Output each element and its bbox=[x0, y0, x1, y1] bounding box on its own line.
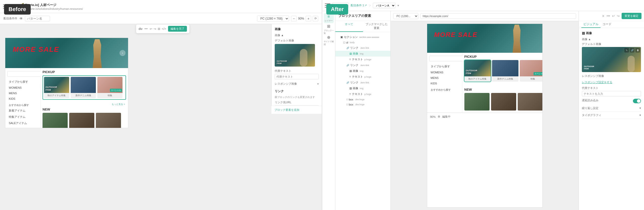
pickup-card-denim[interactable]: 新作デニム特集 bbox=[71, 77, 96, 98]
site-sidebar: 🔍 タイプから探す WOMENS MENS KIDS おすすめから探す 新着アイ… bbox=[5, 68, 41, 128]
text-3-icon: T bbox=[349, 93, 351, 95]
preview-sidebar-item[interactable]: ⊕ サイトで確認 bbox=[324, 35, 334, 45]
tree-item-image-2[interactable]: 🖼 画像 img bbox=[335, 68, 390, 74]
after-special-badge: スペシャル bbox=[534, 72, 543, 75]
pattern-chevron-icon[interactable]: ▾ bbox=[397, 4, 399, 7]
nav-featured[interactable]: 特集アイテム bbox=[5, 114, 40, 120]
tab-bookmarked[interactable]: ブックマークした要素 bbox=[363, 21, 391, 32]
zoom-plus-btn[interactable]: + bbox=[306, 16, 311, 21]
preview-label: サイトで確認 bbox=[324, 40, 334, 46]
props-content: 🖼 画像 画像 ▲ デフォルト画像 OUTDOORITEM ⤡ 🔗 🗑 bbox=[579, 28, 644, 210]
responsive-label: レスポンシブ画像 bbox=[275, 82, 297, 86]
grid-icon[interactable]: ⊞ bbox=[158, 27, 160, 31]
tree-item-link-2[interactable]: 🔗 リンク .item-link bbox=[335, 62, 390, 68]
condition-link[interactable]: 配信条件 1 ↗ bbox=[351, 4, 367, 7]
pattern-name-input[interactable] bbox=[25, 16, 50, 21]
special-card-label: 特集 bbox=[97, 93, 123, 98]
alt-text-input-after[interactable] bbox=[582, 91, 641, 96]
after-new-card-3[interactable] bbox=[518, 93, 543, 111]
close-button[interactable]: ✕ bbox=[602, 14, 605, 18]
external-link-icon: ↗ bbox=[365, 4, 367, 7]
after-nav-womens[interactable]: WOMENS bbox=[427, 70, 462, 75]
pickup-card-outdoor[interactable]: OUTDOORITEM 秋のアイテム特集 bbox=[44, 77, 69, 98]
blocks-sidebar-item[interactable]: ⊞ ブロック一覧 bbox=[324, 24, 334, 34]
tree-item-link-3[interactable]: 🔗 リンク .item-link bbox=[335, 80, 390, 85]
preview-status-bar: 90% ⚙ 編集中 bbox=[427, 113, 542, 121]
search-input[interactable] bbox=[7, 71, 42, 77]
after-search-row: 🔍 bbox=[427, 55, 462, 62]
nav-new-items[interactable]: 新着アイテム bbox=[5, 108, 40, 114]
confirm-button[interactable]: 変更を確定 bbox=[622, 13, 641, 19]
new-card-3[interactable] bbox=[96, 113, 121, 128]
after-pickup-card-2[interactable]: 新作デニム特集 bbox=[492, 60, 518, 82]
pattern-select[interactable]: パターンA bbox=[373, 3, 395, 8]
after-new-card-2[interactable] bbox=[491, 93, 516, 111]
tree-item-image-1[interactable]: 🖼 画像 img bbox=[335, 51, 390, 57]
nav-womens[interactable]: WOMENS bbox=[5, 85, 40, 90]
tree-item-text-1[interactable]: T テキスト p.hoge bbox=[335, 57, 390, 62]
alt-text-input[interactable] bbox=[275, 74, 319, 79]
more-actions-btn[interactable]: ••• bbox=[607, 14, 610, 18]
thumb-link-icon[interactable]: 🔗 bbox=[630, 48, 634, 52]
redo-icon[interactable]: ↪ bbox=[154, 27, 156, 31]
nav-sale[interactable]: SALEアイテム bbox=[5, 120, 40, 126]
tab-all[interactable]: すべて bbox=[335, 21, 363, 32]
responsive-chevron-icon[interactable]: ▾ bbox=[317, 82, 319, 86]
tab-visual[interactable]: ビジュアル bbox=[581, 21, 600, 28]
more-block-btn[interactable]: ブロック要素を追加 bbox=[271, 106, 322, 114]
zoom-reset-btn[interactable]: ⟳ bbox=[313, 16, 318, 21]
text-1-tag: p.hoge bbox=[365, 58, 372, 61]
after-new-card-1[interactable] bbox=[464, 93, 490, 111]
text-1-icon: T bbox=[349, 58, 351, 61]
after-pickup-card-3[interactable]: スペシャル 特集 bbox=[520, 60, 543, 82]
pickup-card-special[interactable]: スペシャル 特集 bbox=[97, 77, 123, 98]
tree-item-ul[interactable]: □ ul body bbox=[335, 40, 390, 45]
after-pc-selector[interactable]: PC (1280... bbox=[393, 13, 418, 19]
after-nav-kids[interactable]: KIDS bbox=[427, 81, 462, 86]
new-card-1[interactable] bbox=[43, 113, 68, 128]
tree-item-text-3[interactable]: T テキスト p.hoge bbox=[335, 91, 390, 97]
pc-selector[interactable]: PC (1280 × 768) bbox=[257, 16, 289, 22]
nav-mens[interactable]: MENS bbox=[5, 90, 40, 96]
props-alt-label: 代替テキスト bbox=[582, 86, 641, 90]
nav-kids[interactable]: KIDS bbox=[5, 96, 40, 101]
after-hero-figure-body bbox=[512, 25, 522, 53]
props-tabs: ビジュアル コード bbox=[579, 21, 644, 28]
zoom-minus-btn[interactable]: − bbox=[291, 16, 297, 21]
nav-type[interactable]: タイプから探す bbox=[5, 79, 40, 85]
undo-btn[interactable]: ↩ bbox=[612, 14, 615, 18]
hero-next-arrow[interactable]: › bbox=[119, 50, 126, 56]
typography-accordion[interactable]: タイポグラフィ ▾ bbox=[582, 112, 641, 119]
edit-complete-button[interactable]: 編集を完了 bbox=[168, 26, 187, 32]
tree-item-box-1[interactable]: □ box .dev.hoge bbox=[335, 97, 390, 102]
repeat-accordion[interactable]: 繰り返し設定 ▾ bbox=[582, 105, 641, 112]
responsive-row: レスポンシブ画像 bbox=[582, 74, 641, 79]
new-card-2[interactable] bbox=[69, 113, 94, 128]
redo-btn[interactable]: ↪ bbox=[617, 14, 620, 18]
after-pickup-card-1[interactable]: OUTDOORITEM 秋のアイテム特集 bbox=[464, 60, 491, 82]
box-1-label: box bbox=[349, 98, 353, 101]
lazy-load-toggle[interactable] bbox=[633, 99, 641, 103]
more-options-icon[interactable]: ••• bbox=[144, 27, 148, 31]
section-icon: ▣ bbox=[340, 35, 343, 39]
thumb-delete-icon[interactable]: 🗑 bbox=[635, 48, 640, 52]
after-search-input[interactable] bbox=[429, 56, 464, 61]
code-icon[interactable]: </> bbox=[162, 27, 166, 31]
tree-item-text-2[interactable]: T テキスト p.hoge bbox=[335, 74, 390, 80]
after-url-input[interactable] bbox=[420, 13, 576, 19]
tree-item-section[interactable]: ▣ セクション section.aaa-aaaaaa bbox=[335, 34, 390, 40]
thumb-expand-icon[interactable]: ⤡ bbox=[624, 48, 629, 52]
tree-item-image-3[interactable]: 🖼 画像 img bbox=[335, 85, 390, 91]
responsive-header[interactable]: レスポンシブ画像 ▾ bbox=[275, 82, 319, 86]
undo-icon[interactable]: ↩ bbox=[150, 27, 152, 31]
after-nav-type[interactable]: タイプから探す bbox=[427, 63, 462, 70]
layers-sidebar-item[interactable]: ≡ レイヤー bbox=[324, 13, 334, 23]
tree-item-box-2[interactable]: □ box .dev.hoge bbox=[335, 102, 390, 107]
before-panel: Before ‹ 🍊 🍊 [karte.io] 人材ページ https://ka… bbox=[0, 0, 322, 210]
after-nav-mens[interactable]: MENS bbox=[427, 75, 462, 81]
tree-item-link-1[interactable]: 🔗 リンク .item-link bbox=[335, 45, 390, 51]
tab-code[interactable]: コード bbox=[600, 21, 614, 28]
spacer bbox=[464, 82, 543, 87]
more-btn[interactable]: もっと見る > bbox=[43, 102, 126, 107]
responsive-link[interactable]: レスポンシブ設定をする bbox=[582, 81, 612, 84]
